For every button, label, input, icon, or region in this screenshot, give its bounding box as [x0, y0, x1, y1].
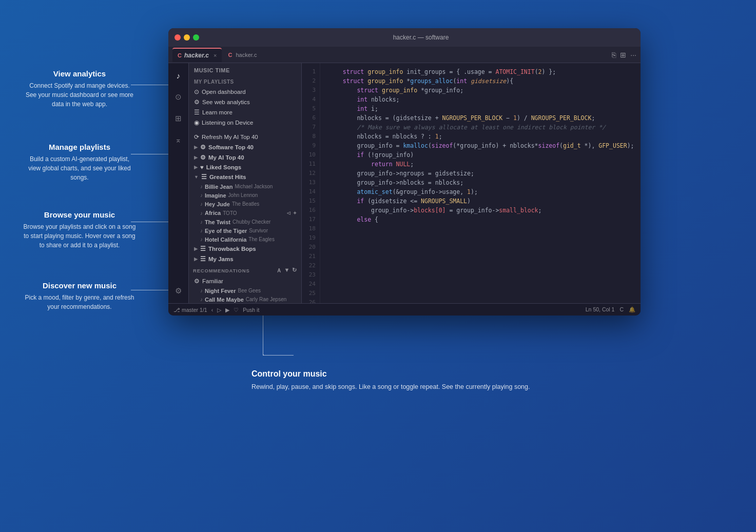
code-line-36: else {: [328, 215, 632, 224]
see-web-analytics-label: See web analytics: [202, 99, 297, 105]
tab-bar: C hacker.c × C hacker.c ⎘ ⊞ ···: [168, 47, 641, 63]
prev-icon[interactable]: ‹: [211, 307, 214, 313]
rec-familiar[interactable]: ⚙ Familiar: [189, 276, 301, 286]
song-name-eye-tiger: Eye of the Tiger: [205, 228, 247, 234]
open-dashboard-item[interactable]: ⊙ Open dashboard: [189, 87, 301, 97]
playlist-icon-sidebar[interactable]: ⊞: [170, 110, 187, 127]
line-count: 1/1: [200, 307, 207, 313]
refresh-ai-item[interactable]: ⟳ Refresh My AI Top 40: [189, 132, 301, 142]
chevron-right-icon-5: ▶: [194, 257, 198, 262]
close-button[interactable]: [175, 34, 181, 41]
notification-icon[interactable]: 🔔: [629, 306, 635, 313]
liked-songs-header[interactable]: ▶ ♥ Liked Songs: [189, 163, 301, 172]
status-bar-right: Ln 50, Col 1 C 🔔: [586, 306, 635, 313]
software-top40-header[interactable]: ▶ ⚙ Software Top 40: [189, 142, 301, 152]
active-tab[interactable]: C hacker.c ×: [172, 48, 222, 62]
rec-icon-filter[interactable]: ▼: [284, 267, 290, 274]
my-jams-icon: ☰: [200, 255, 206, 263]
song-africa[interactable]: ♪ Africa TOTO ⊲ ✦: [189, 208, 301, 218]
song-name-hey-jude: Hey Jude: [205, 201, 230, 207]
chevron-right-icon: ▶: [194, 145, 198, 150]
see-web-analytics-item[interactable]: ⚙ See web analytics: [189, 97, 301, 107]
tab-lang-badge: C: [178, 52, 182, 58]
discover-music-desc: Pick a mood, filter by genre, and refres…: [23, 293, 136, 311]
more-actions-icon[interactable]: ···: [630, 51, 636, 59]
rec-night-fever[interactable]: ♪ Night Fever Bee Gees: [189, 286, 301, 295]
icon-sidebar: ♪ ⊙ ⊞ ⌅ ⚙: [168, 63, 189, 303]
code-content[interactable]: struct group_info init_groups = { .usage…: [320, 63, 641, 303]
window-title: hacker.c — software: [207, 34, 634, 41]
heart-status-icon[interactable]: ♡: [234, 307, 239, 313]
my-jams-header[interactable]: ▶ ☰ My Jams: [189, 254, 301, 264]
control-music-desc: Rewind, play, pause, and skip songs. Lik…: [251, 382, 530, 392]
my-playlists-header: MY PLAYLISTS: [189, 75, 301, 87]
song-artist-africa: TOTO: [223, 210, 237, 216]
greatest-hits-header[interactable]: ▼ ☰ Greatest Hits: [189, 172, 301, 182]
liked-songs-label: Liked Songs: [206, 164, 241, 170]
code-line-24: group_info->ngroups = gidsetsize;: [328, 169, 632, 178]
software-playlist-icon: ⚙: [200, 144, 206, 151]
git-branch[interactable]: ⎇ master 1/1: [173, 307, 207, 313]
cursor-position: Ln 50, Col 1: [586, 306, 615, 313]
code-line-34: group_info->blocks[0] = group_info->smal…: [328, 206, 632, 215]
song-name-night-fever: Night Fever: [205, 288, 236, 294]
branch-name: master: [182, 307, 198, 313]
africa-song-actions: ⊲ ✦: [286, 210, 297, 216]
main-content: ♪ ⊙ ⊞ ⌅ ⚙ MUSIC TIME MY PLAYLISTS ⊙ Open…: [168, 63, 641, 303]
song-name-call-me-maybe: Call Me Maybe: [205, 297, 244, 303]
forward-icon[interactable]: ▶: [225, 307, 229, 313]
learn-more-item[interactable]: ☰ Learn more: [189, 107, 301, 117]
tab-breadcrumb: C hacker.c: [228, 52, 257, 58]
tab-close-icon[interactable]: ×: [214, 52, 217, 58]
music-icon-sidebar[interactable]: ♪: [170, 67, 187, 84]
song-billie-jean[interactable]: ♪ Billie Jean Michael Jackson: [189, 182, 301, 191]
chevron-right-icon-2: ▶: [194, 155, 198, 160]
song-hotel-california[interactable]: ♪ Hotel California The Eagles: [189, 235, 301, 244]
throwback-bops-label: Throwback Bops: [208, 246, 256, 252]
code-line-28: atomic_set(&group_info->usage, 1);: [328, 187, 632, 196]
bottom-connector-line: [263, 314, 264, 355]
listening-device-item[interactable]: ◉ Listening on Device: [189, 117, 301, 128]
lang-indicator: C: [619, 306, 624, 313]
split-horizontal-icon[interactable]: ⎘: [612, 51, 616, 59]
note-icon-8: ♪: [200, 288, 203, 293]
my-ai-top40-header[interactable]: ▶ ⚙ My AI Top 40: [189, 152, 301, 163]
control-music-title: Control your music: [251, 369, 530, 379]
song-eye-tiger[interactable]: ♪ Eye of the Tiger Survivor: [189, 226, 301, 235]
minimize-button[interactable]: [184, 34, 190, 41]
sidebar: MUSIC TIME MY PLAYLISTS ⊙ Open dashboard…: [189, 63, 302, 303]
headphones-icon-sidebar[interactable]: ⌅: [170, 132, 187, 148]
status-bar: ⎇ master 1/1 ‹ ▷ ▶ ♡ Push it Ln 50, Col …: [168, 303, 641, 316]
split-vertical-icon[interactable]: ⊞: [620, 51, 626, 59]
code-line-18: group_info = kmalloc(sizeof(*group_info)…: [328, 141, 632, 150]
note-icon-1: ♪: [200, 184, 203, 189]
song-artist-hotel-california: The Eagles: [248, 237, 275, 242]
settings-icon-sidebar[interactable]: ⚙: [170, 283, 187, 299]
browse-music-annotation: Browse your music Browse your playlists …: [23, 210, 136, 250]
code-line-16: nblocks = nblocks ? : 1;: [328, 132, 632, 141]
song-hey-jude[interactable]: ♪ Hey Jude The Beatles: [189, 200, 301, 208]
throwback-bops-header[interactable]: ▶ ☰ Throwback Bops: [189, 244, 301, 254]
software-top40-label: Software Top 40: [208, 144, 254, 150]
song-artist-hey-jude: The Beatles: [232, 201, 259, 207]
device-icon: ◉: [194, 119, 199, 126]
browse-music-title: Browse your music: [23, 210, 136, 219]
current-track: Push it: [243, 307, 259, 313]
song-imagine[interactable]: ♪ Imagine John Lennon: [189, 191, 301, 200]
tab-actions: ⎘ ⊞ ···: [612, 51, 636, 59]
maximize-button[interactable]: [193, 34, 199, 41]
title-bar: hacker.c — software: [168, 28, 641, 47]
song-artist-imagine: John Lennon: [228, 192, 258, 198]
song-artist-eye-tiger: Survivor: [249, 228, 268, 233]
song-name-billie-jean: Billie Jean: [205, 184, 232, 190]
back-icon[interactable]: ▷: [217, 307, 221, 313]
code-line-20: if (!group_info): [328, 150, 632, 160]
rec-call-me-maybe[interactable]: ♪ Call Me Maybe Carly Rae Jepsen: [189, 295, 301, 303]
song-the-twist[interactable]: ♪ The Twist Chubby Checker: [189, 218, 301, 226]
rec-icon-user[interactable]: Ａ: [276, 267, 282, 274]
rec-icon-refresh[interactable]: ↻: [292, 267, 297, 274]
manage-playlists-title: Manage playlists: [23, 143, 136, 151]
dashboard-icon: ⊙: [194, 88, 199, 95]
search-icon-sidebar[interactable]: ⊙: [170, 89, 187, 105]
code-line-3: struct group_info *groups_alloc(int gids…: [328, 76, 632, 86]
